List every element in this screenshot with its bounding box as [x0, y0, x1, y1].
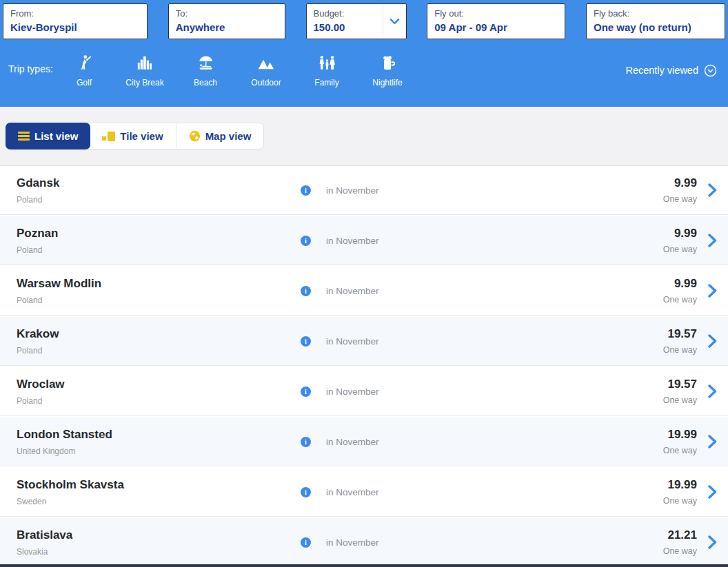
chevron-right-icon[interactable] [708, 334, 717, 348]
trip-type-item[interactable]: Golf [54, 53, 114, 87]
destination-city: Krakow [17, 327, 301, 341]
family-icon [318, 54, 336, 72]
trip-type-item[interactable]: Nightlife [357, 53, 418, 87]
travel-month: in November [326, 336, 379, 347]
footer-edge [0, 564, 728, 567]
price-value: 9.99 [663, 277, 697, 291]
price-block: 19.99 One way [663, 478, 697, 506]
trip-type-item[interactable]: Family [296, 53, 357, 87]
travel-month: in November [326, 386, 379, 397]
field-dropdown-toggle[interactable] [383, 4, 406, 39]
trip-type-item[interactable]: Beach [175, 53, 236, 87]
field-label: From: [10, 8, 140, 19]
trip-type-label: Nightlife [357, 78, 418, 87]
beach-icon [196, 54, 215, 72]
search-field[interactable]: From: Kiev-Boryspil [3, 3, 148, 39]
golf-icon [75, 54, 93, 72]
chevron-down-icon [390, 18, 400, 25]
field-value: 150.00 [314, 21, 378, 33]
fare-type: One way [663, 496, 697, 506]
golf-icon [54, 53, 114, 72]
fare-type: One way [663, 194, 697, 204]
search-field-text: Budget: 150.00 [314, 8, 378, 34]
chevron-right-icon[interactable] [708, 183, 717, 197]
search-field[interactable]: Budget: 150.00 [306, 3, 407, 39]
travel-month: in November [326, 236, 379, 246]
price-value: 21.21 [663, 528, 697, 542]
info-icon[interactable]: i [301, 537, 311, 548]
price-block: 9.99 One way [663, 176, 697, 204]
chevron-right-icon[interactable] [708, 384, 717, 398]
result-row[interactable]: Gdansk Poland i in November 9.99 One way [0, 166, 728, 215]
tile-view-icon [102, 132, 115, 141]
destination-block: Warsaw Modlin Poland [17, 277, 301, 305]
outdoor-icon [236, 53, 296, 72]
destination-country: United Kingdom [17, 446, 301, 456]
view-tab[interactable]: List view [6, 123, 90, 150]
results-list: Gdansk Poland i in November 9.99 One way… [0, 166, 728, 567]
result-row[interactable]: Warsaw Modlin Poland i in November 9.99 … [0, 267, 728, 316]
destination-country: Poland [17, 296, 301, 305]
fare-type: One way [663, 395, 697, 405]
search-field-text: Fly back: One way (no return) [594, 8, 718, 34]
travel-month: in November [326, 537, 379, 548]
chevron-right-icon[interactable] [708, 234, 717, 247]
result-row[interactable]: Bratislava Slovakia i in November 21.21 … [0, 518, 728, 567]
view-tab[interactable]: Tile view [90, 123, 175, 149]
view-tab-group: List view Tile view Map view [6, 123, 264, 150]
destination-city: Warsaw Modlin [17, 277, 301, 291]
fare-type: One way [663, 245, 697, 254]
trip-type-item[interactable]: City Break [114, 53, 175, 87]
recently-viewed-button[interactable]: Recently viewed [625, 64, 717, 77]
search-field[interactable]: To: Anywhere [168, 3, 285, 39]
city-break-icon [114, 53, 175, 72]
info-icon[interactable]: i [301, 336, 311, 347]
search-field[interactable]: Fly out: 09 Apr - 09 Apr [427, 3, 565, 39]
destination-city: Stockholm Skavsta [17, 478, 301, 492]
info-icon[interactable]: i [301, 286, 311, 296]
info-icon[interactable]: i [301, 437, 311, 447]
travel-month: in November [326, 487, 379, 497]
result-row[interactable]: London Stansted United Kingdom i in Nove… [0, 417, 728, 466]
price-block: 21.21 One way [663, 528, 697, 556]
recently-viewed-label: Recently viewed [625, 65, 698, 76]
fare-type: One way [663, 446, 697, 455]
search-field-text: From: Kiev-Boryspil [10, 8, 140, 34]
chevron-right-icon[interactable] [708, 435, 717, 449]
field-label: Budget: [314, 8, 378, 19]
destination-city: Poznan [17, 227, 301, 240]
trip-type-label: Outdoor [236, 78, 296, 87]
view-tab[interactable]: Map view [176, 123, 264, 149]
outdoor-icon [256, 54, 276, 72]
trip-type-label: City Break [114, 78, 175, 87]
result-row[interactable]: Wroclaw Poland i in November 19.57 One w… [0, 367, 728, 416]
fare-type: One way [663, 345, 697, 355]
search-field[interactable]: Fly back: One way (no return) [586, 3, 725, 39]
nightlife-icon [357, 53, 418, 72]
destination-city: Wroclaw [17, 378, 301, 391]
info-icon[interactable]: i [301, 185, 311, 196]
chevron-right-icon[interactable] [708, 485, 717, 499]
trip-type-item[interactable]: Outdoor [236, 53, 296, 87]
fare-type: One way [663, 295, 697, 305]
price-block: 19.57 One way [663, 327, 697, 355]
tile-view-icon [102, 132, 115, 141]
chevron-right-icon[interactable] [708, 535, 717, 549]
info-icon[interactable]: i [301, 236, 311, 246]
chevron-right-icon[interactable] [708, 284, 717, 298]
trip-types-row: Trip types: Golf City Break Beach Outdoo… [3, 39, 725, 87]
result-row[interactable]: Stockholm Skavsta Sweden i in November 1… [0, 468, 728, 517]
price-block: 9.99 One way [663, 227, 697, 254]
trip-type-label: Beach [175, 78, 236, 87]
destination-country: Slovakia [17, 547, 301, 557]
map-view-icon [189, 130, 201, 142]
result-row[interactable]: Poznan Poland i in November 9.99 One way [0, 216, 728, 265]
destination-block: Poznan Poland [17, 227, 301, 255]
destination-block: Stockholm Skavsta Sweden [17, 478, 301, 506]
destination-block: Gdansk Poland [17, 176, 301, 205]
info-icon[interactable]: i [301, 386, 311, 397]
info-icon[interactable]: i [301, 487, 311, 497]
field-label: Fly back: [594, 8, 718, 19]
result-row[interactable]: Krakow Poland i in November 19.57 One wa… [0, 317, 728, 366]
search-field-text: Fly out: 09 Apr - 09 Apr [434, 8, 558, 34]
